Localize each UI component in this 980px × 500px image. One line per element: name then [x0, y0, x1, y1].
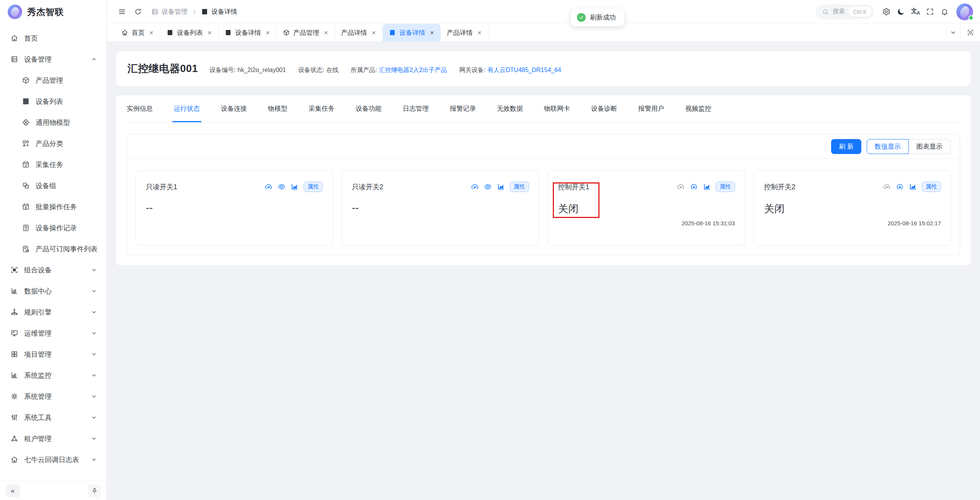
- sidebar-item-7[interactable]: 设备组: [0, 175, 106, 196]
- sidebar-item-0[interactable]: 首页: [0, 28, 106, 49]
- detail-tab-2[interactable]: 设备连接: [221, 95, 247, 122]
- cloud-sync-icon[interactable]: [677, 183, 685, 191]
- sidebar-item-14[interactable]: 运维管理: [0, 323, 106, 344]
- device-meta-item-1: 设备状态:在线: [298, 66, 338, 74]
- cloud-sync-icon[interactable]: [471, 183, 479, 191]
- refresh-page-icon[interactable]: [131, 5, 145, 19]
- device-detail-panel: 实例信息运行状态设备连接物模型采集任务设备功能日志管理报警记录无效数据物联网卡设…: [116, 95, 971, 265]
- cloud-sync-icon[interactable]: [265, 183, 273, 191]
- detail-tab-11[interactable]: 报警用户: [638, 95, 664, 122]
- cloud-download-icon[interactable]: [690, 183, 698, 191]
- sidebar-item-13[interactable]: 规则引擎: [0, 302, 106, 323]
- sidebar-item-label: 产品管理: [36, 76, 63, 85]
- property-card-1: 只读开关2属性--: [341, 170, 539, 246]
- sidebar-item-16[interactable]: 系统监控: [0, 365, 106, 386]
- device-management-icon: [151, 8, 158, 15]
- sidebar-item-11[interactable]: 组合设备: [0, 259, 106, 280]
- eye-icon[interactable]: [484, 183, 492, 191]
- detail-tab-5[interactable]: 设备功能: [356, 95, 382, 122]
- meta-link[interactable]: 有人云DTU485_DR154_64: [487, 67, 561, 73]
- content-fullscreen-icon[interactable]: [960, 24, 980, 41]
- breadcrumb-item-0[interactable]: 设备管理: [151, 7, 188, 16]
- detail-tab-8[interactable]: 无效数据: [497, 95, 523, 122]
- moon-icon[interactable]: [893, 5, 908, 19]
- toast-notification: 刷新成功: [571, 8, 624, 26]
- view-mode-button-0[interactable]: 数值显示: [867, 139, 909, 154]
- settings-icon[interactable]: [879, 5, 893, 19]
- detail-tab-4[interactable]: 采集任务: [309, 95, 335, 122]
- sidebar-item-9[interactable]: 设备操作记录: [0, 217, 106, 238]
- sidebar-item-12[interactable]: 数据中心: [0, 280, 106, 302]
- sidebar-item-label: 规则引擎: [24, 308, 52, 317]
- tab-close-icon[interactable]: [323, 30, 328, 35]
- chart-icon[interactable]: [291, 183, 299, 191]
- sidebar-item-15[interactable]: 项目管理: [0, 344, 106, 365]
- detail-tab-9[interactable]: 物联网卡: [544, 95, 570, 122]
- sidebar-item-2[interactable]: 产品管理: [0, 70, 106, 91]
- cloud-download-icon[interactable]: [896, 183, 904, 191]
- sidebar-item-label: 系统管理: [24, 392, 52, 401]
- detail-tab-1[interactable]: 运行状态: [174, 95, 200, 122]
- tab-close-icon[interactable]: [430, 30, 434, 35]
- card-title: 只读开关2: [352, 182, 383, 192]
- tab-item-1[interactable]: 设备列表: [160, 24, 219, 41]
- sidebar-item-20[interactable]: 七牛云回调日志表: [0, 449, 106, 470]
- sidebar-item-5[interactable]: 产品分类: [0, 133, 106, 154]
- tab-item-0[interactable]: 首页: [115, 24, 160, 41]
- sidebar-item-17[interactable]: 系统管理: [0, 386, 106, 407]
- tab-dropdown-chevron-icon[interactable]: [946, 24, 960, 41]
- calendar-check-icon: [21, 161, 30, 169]
- chart-icon[interactable]: [703, 183, 711, 191]
- sidebar-item-label: 设备列表: [36, 97, 63, 106]
- chart-icon[interactable]: [909, 183, 917, 191]
- detail-tab-12[interactable]: 视频监控: [685, 95, 711, 122]
- eye-icon[interactable]: [278, 183, 286, 191]
- tab-item-5[interactable]: 设备详情: [383, 24, 441, 41]
- fullscreen-icon[interactable]: [923, 5, 937, 19]
- batch-task-icon: [21, 203, 30, 211]
- bell-icon[interactable]: [937, 5, 952, 19]
- detail-tab-0[interactable]: 实例信息: [127, 95, 153, 122]
- tab-item-4[interactable]: 产品详情: [335, 24, 383, 41]
- search-input[interactable]: 搜索 Ctrl K: [816, 5, 874, 19]
- tab-close-icon[interactable]: [207, 30, 212, 35]
- detail-tabs: 实例信息运行状态设备连接物模型采集任务设备功能日志管理报警记录无效数据物联网卡设…: [127, 95, 960, 122]
- chart-icon[interactable]: [497, 183, 505, 191]
- breadcrumb-item-1[interactable]: 设备详情: [201, 7, 237, 16]
- sidebar-item-4[interactable]: 通用物模型: [0, 112, 106, 133]
- detail-tab-10[interactable]: 设备诊断: [591, 95, 617, 122]
- monitor-icon: [10, 329, 18, 338]
- app-root: 秀杰智联 首页设备管理产品管理设备列表通用物模型产品分类采集任务设备组批量操作任…: [0, 0, 980, 500]
- user-avatar[interactable]: [956, 3, 973, 20]
- tab-item-3[interactable]: 产品管理: [277, 24, 335, 41]
- sidebar-item-18[interactable]: 系统工具: [0, 407, 106, 428]
- sidebar-item-8[interactable]: 批量操作任务: [0, 196, 106, 217]
- translate-icon[interactable]: 文A: [908, 5, 923, 19]
- pin-icon[interactable]: [88, 484, 101, 497]
- sidebar-item-10[interactable]: 产品可订阅事件列表: [0, 238, 106, 259]
- view-mode-button-1[interactable]: 图表显示: [909, 139, 951, 154]
- sidebar-item-1[interactable]: 设备管理: [0, 49, 106, 70]
- card-header: 只读开关1属性: [146, 182, 323, 192]
- property-card-3: 控制开关2属性关闭2025-08-16 15:02:17: [754, 170, 951, 246]
- sidebar-item-3[interactable]: 设备列表: [0, 91, 106, 112]
- meta-value: hk_2i2o_relay001: [238, 67, 286, 73]
- detail-tab-3[interactable]: 物模型: [268, 95, 287, 122]
- tab-close-icon[interactable]: [477, 30, 482, 35]
- sidebar-collapse-button[interactable]: «: [5, 484, 20, 497]
- cloud-sync-icon[interactable]: [883, 183, 891, 191]
- sidebar-item-label: 运维管理: [24, 329, 52, 338]
- sidebar-item-label: 组合设备: [24, 266, 52, 275]
- detail-tab-7[interactable]: 报警记录: [450, 95, 476, 122]
- sidebar-item-6[interactable]: 采集任务: [0, 154, 106, 175]
- tab-item-6[interactable]: 产品详情: [441, 24, 488, 41]
- tab-close-icon[interactable]: [371, 30, 376, 35]
- sidebar-item-19[interactable]: 租户管理: [0, 428, 106, 449]
- refresh-button[interactable]: 刷 新: [831, 139, 861, 154]
- hamburger-menu-icon[interactable]: [114, 5, 129, 19]
- tab-item-2[interactable]: 设备详情: [219, 24, 277, 41]
- detail-tab-6[interactable]: 日志管理: [403, 95, 429, 122]
- tab-close-icon[interactable]: [265, 30, 270, 35]
- tab-close-icon[interactable]: [149, 30, 154, 35]
- meta-link[interactable]: 汇控继电器2入2出子产品: [379, 67, 447, 73]
